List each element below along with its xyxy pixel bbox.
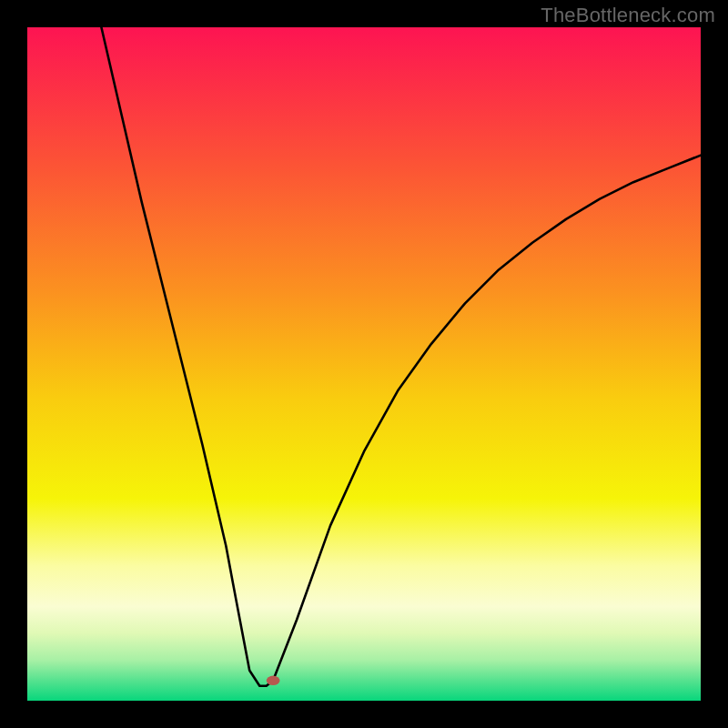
chart-frame: TheBottleneck.com	[0, 0, 728, 728]
chart-svg	[27, 27, 701, 701]
curve-path	[101, 27, 701, 686]
watermark-text: TheBottleneck.com	[541, 4, 715, 27]
plot-area	[27, 27, 701, 701]
marker-dot	[267, 676, 280, 685]
